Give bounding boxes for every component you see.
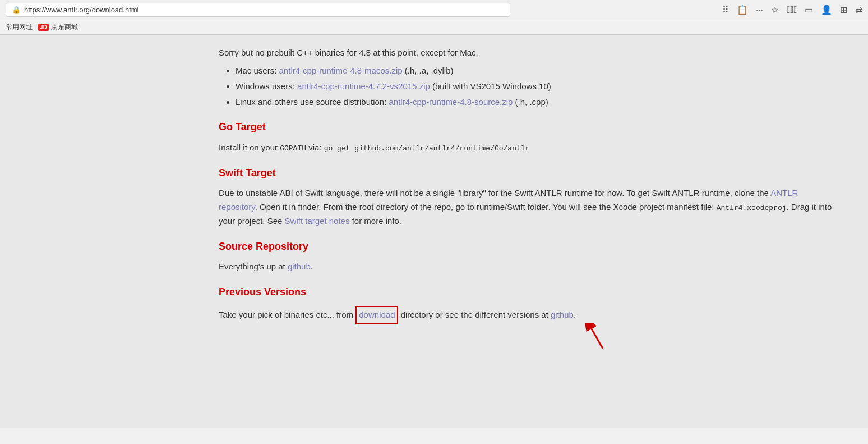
go-command-code: go get github.com/antlr/antlr4/runtime/G… xyxy=(324,144,530,153)
arrow-annotation-container xyxy=(219,323,834,340)
source-repo-after: . xyxy=(311,262,313,271)
source-github-link[interactable]: github xyxy=(288,262,311,271)
swift-para1: Due to unstable ABI of Swift language, t… xyxy=(219,188,770,198)
bullet-linux: Linux and others use source distribution… xyxy=(236,95,834,109)
source-github-text: github xyxy=(288,262,311,271)
url-text[interactable]: https://www.antlr.org/download.html xyxy=(24,6,139,14)
library-icon[interactable]: 𝕀𝕀𝕀 xyxy=(787,4,797,15)
swift-target-paragraph: Due to unstable ABI of Swift language, t… xyxy=(219,186,834,228)
bullet-mac: Mac users: antlr4-cpp-runtime-4.8-macos.… xyxy=(236,64,834,77)
download-link-text: download xyxy=(359,310,395,319)
swift-target-heading: Swift Target xyxy=(219,165,834,181)
address-bar-row: 🔒 https://www.antlr.org/download.html ⠿ … xyxy=(0,0,868,20)
page-content: Sorry but no prebuilt C++ binaries for 4… xyxy=(0,35,868,428)
bullet-linux-label: Linux and others use source distribution… xyxy=(236,97,389,107)
swift-para1-after: . Open it in finder. From the root direc… xyxy=(255,202,717,212)
mac-download-link[interactable]: antlr4-cpp-runtime-4.8-macos.zip xyxy=(279,66,403,75)
more-icon[interactable]: ··· xyxy=(756,5,763,15)
xcode-proj-code: Antlr4.xcodeproj xyxy=(717,204,787,212)
source-repo-paragraph: Everything's up at github. xyxy=(219,260,834,274)
swift-notes-text: Swift target notes xyxy=(285,216,350,226)
bookmark-jd[interactable]: JD 京东商城 xyxy=(38,22,78,32)
reader-icon[interactable]: 📋 xyxy=(737,4,748,15)
bullet-win-label: Windows users: xyxy=(236,81,297,91)
prev-text-after: . xyxy=(574,310,576,319)
address-bar[interactable]: 🔒 https://www.antlr.org/download.html xyxy=(6,3,510,17)
extension-icon[interactable]: ⇄ xyxy=(855,4,862,15)
multiview-icon[interactable]: ⊞ xyxy=(840,4,847,15)
prev-text-middle: directory or see the different versions … xyxy=(398,310,551,319)
source-repo-heading: Source Repository xyxy=(219,239,834,255)
account-icon[interactable]: 👤 xyxy=(821,4,832,15)
lock-icon: 🔒 xyxy=(12,6,21,14)
jd-logo: JD xyxy=(38,24,49,31)
bookmark-label-2: 京东商城 xyxy=(51,22,78,32)
swift-notes-link[interactable]: Swift target notes xyxy=(285,216,350,226)
go-target-paragraph: Install it on your GOPATH via: go get gi… xyxy=(219,141,834,155)
bullet-mac-suffix: (.h, .a, .dylib) xyxy=(405,66,454,75)
star-icon[interactable]: ☆ xyxy=(771,4,779,15)
svg-line-1 xyxy=(592,329,603,349)
go-target-heading: Go Target xyxy=(219,119,834,135)
prev-github-text: github xyxy=(551,310,574,319)
go-text-before: Install it on your xyxy=(219,143,280,152)
arrow-annotation-svg xyxy=(552,323,664,351)
bookmark-label-1: 常用网址 xyxy=(6,22,33,32)
source-repo-text: Everything's up at xyxy=(219,262,288,271)
windows-download-link[interactable]: antlr4-cpp-runtime-4.7.2-vs2015.zip xyxy=(297,81,430,91)
browser-chrome: 🔒 https://www.antlr.org/download.html ⠿ … xyxy=(0,0,868,35)
download-link[interactable]: download xyxy=(355,306,398,324)
bullet-linux-suffix: (.h, .cpp) xyxy=(515,97,548,107)
prev-github-link[interactable]: github xyxy=(551,310,574,319)
toolbar-icons: ⠿ 📋 ··· ☆ 𝕀𝕀𝕀 ▭ 👤 ⊞ ⇄ xyxy=(722,4,862,15)
bookmark-changuyongwangzhi[interactable]: 常用网址 xyxy=(6,22,33,32)
previous-versions-heading: Previous Versions xyxy=(219,284,834,300)
swift-para2-after: for more info. xyxy=(349,216,401,226)
bullet-windows: Windows users: antlr4-cpp-runtime-4.7.2-… xyxy=(236,80,834,93)
cpp-bullet-list: Mac users: antlr4-cpp-runtime-4.8-macos.… xyxy=(236,64,834,109)
view-icon[interactable]: ▭ xyxy=(805,4,813,15)
bullet-win-suffix: (built with VS2015 Windows 10) xyxy=(432,81,551,91)
qr-icon[interactable]: ⠿ xyxy=(722,4,729,15)
go-text-middle: via: xyxy=(306,143,324,152)
bookmarks-bar: 常用网址 JD 京东商城 xyxy=(0,20,868,34)
bullet-mac-label: Mac users: xyxy=(236,66,279,75)
prev-text-before: Take your pick of binaries etc... from xyxy=(219,310,355,319)
cpp-intro: Sorry but no prebuilt C++ binaries for 4… xyxy=(219,46,834,59)
linux-download-link[interactable]: antlr4-cpp-runtime-4.8-source.zip xyxy=(389,97,513,107)
gopath-code: GOPATH xyxy=(280,144,306,153)
previous-versions-paragraph: Take your pick of binaries etc... from d… xyxy=(219,306,834,324)
